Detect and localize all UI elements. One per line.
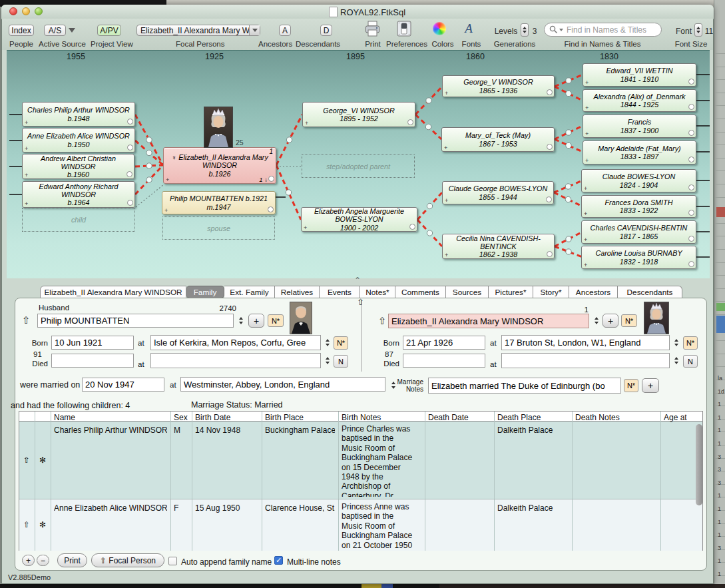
drag-handle-icon[interactable]	[546, 196, 552, 202]
tab-events[interactable]: Events	[320, 286, 360, 298]
expand-icon[interactable]: +	[585, 158, 589, 164]
expand-icon[interactable]: +	[445, 252, 448, 258]
wife-notes-button[interactable]: N*	[621, 314, 637, 327]
colors-icon[interactable]	[433, 22, 446, 35]
husband-name-stepper[interactable]	[237, 314, 245, 328]
levels-stepper[interactable]	[521, 23, 529, 37]
married-place-stepper[interactable]	[389, 378, 397, 392]
husband-photo[interactable]	[290, 302, 312, 334]
person-box-frances[interactable]: Frances Dora SMITH1833 - 1922+	[581, 195, 696, 218]
tab-relatives[interactable]: Relatives	[275, 286, 320, 298]
husband-born-place-stepper[interactable]	[324, 336, 331, 350]
auto-append-checkbox[interactable]	[168, 557, 177, 565]
wife-photo[interactable]	[644, 302, 669, 334]
expand-icon[interactable]: +	[584, 237, 587, 243]
husband-born-place-field[interactable]: Isle of Kerkira, Mon Repos, Corfu, Gree	[150, 335, 321, 350]
person-box-edward[interactable]: Edward Anthony RichardWINDSORb.1964+	[22, 181, 135, 208]
wife-focal-arrow[interactable]: ⇧	[378, 315, 387, 327]
wife-born-notes-button[interactable]: N*	[683, 336, 698, 350]
drag-handle-icon[interactable]	[126, 171, 132, 177]
expand-icon[interactable]: +	[585, 80, 589, 86]
person-box-alexandra[interactable]: Alexandra (Alix) of_Denmark1844 - 1925+	[583, 89, 696, 112]
focal-person-button[interactable]: ⇧ Focal Person	[91, 553, 164, 567]
husband-died-notes-button[interactable]: N	[334, 355, 348, 368]
tab-sources[interactable]: Sources	[446, 286, 489, 298]
husband-notes-button[interactable]: N*	[268, 314, 284, 327]
search-field[interactable]: Find in Names & Titles	[544, 23, 662, 37]
tab-pictures-[interactable]: Pictures*	[489, 286, 533, 298]
expand-icon[interactable]: +	[25, 201, 28, 207]
drag-handle-icon[interactable]	[547, 251, 553, 257]
expand-icon[interactable]: +	[166, 177, 169, 183]
person-box-edward7[interactable]: Edward_VII WETTIN1841 - 1910+	[583, 63, 696, 87]
drag-handle-icon[interactable]	[688, 261, 694, 267]
active-source-button[interactable]: A/S	[44, 25, 66, 36]
expand-icon[interactable]: +	[444, 145, 447, 151]
expand-icon[interactable]: +	[25, 146, 28, 152]
remove-child-button[interactable]: −	[37, 555, 49, 566]
drag-handle-icon[interactable]	[688, 184, 694, 190]
drag-handle-icon[interactable]	[407, 119, 413, 125]
wife-born-place-field[interactable]: 17 Bruton St, London, W1, England	[501, 335, 670, 350]
expand-icon[interactable]: +	[584, 211, 587, 217]
preferences-icon[interactable]	[395, 21, 413, 37]
person-box-george6[interactable]: George_VI WINDSOR1895 - 1952+	[302, 102, 415, 127]
husband-born-notes-button[interactable]: N*	[334, 336, 348, 350]
multiline-notes-checkbox[interactable]: ✓	[274, 556, 283, 565]
focal-portrait-photo[interactable]	[204, 107, 233, 148]
marriage-notes-button[interactable]: N*	[624, 379, 638, 392]
drag-handle-icon[interactable]	[547, 144, 553, 150]
expand-icon[interactable]: +	[584, 186, 587, 192]
drag-handle-icon[interactable]	[688, 236, 694, 242]
expand-icon[interactable]: +	[25, 172, 28, 178]
wife-name-stepper[interactable]	[593, 314, 601, 328]
wife-name-field[interactable]: Elizabeth_II Alexandra Mary WINDSOR	[388, 314, 589, 328]
person-box-anne[interactable]: Anne Elizabeth Alice WINDSORb.1950+	[22, 128, 135, 152]
focal-arrow-icon[interactable]: ⇧	[19, 455, 35, 466]
close-button[interactable]	[9, 7, 17, 15]
add-child-button[interactable]: +	[22, 555, 35, 566]
drag-handle-icon[interactable]	[127, 145, 133, 150]
expand-icon[interactable]: +	[585, 105, 589, 111]
tab-ext-family[interactable]: Ext. Family	[224, 286, 275, 298]
project-view-button[interactable]: A/PV	[97, 25, 121, 36]
husband-died-date-field[interactable]	[51, 354, 134, 368]
person-box-elizA[interactable]: Elizabeth Angela MargueriteBOWES-LYON190…	[301, 207, 417, 232]
minimize-button[interactable]	[22, 7, 30, 15]
focal-persons-dropdown-button[interactable]	[249, 25, 260, 35]
husband-born-date-field[interactable]: 10 Jun 1921	[51, 336, 134, 350]
font-size-stepper[interactable]	[694, 23, 702, 37]
tab-notes-[interactable]: Notes*	[360, 286, 395, 298]
print-icon[interactable]	[365, 21, 380, 37]
person-box-george5[interactable]: George_V WINDSOR1865 - 1936+	[442, 75, 555, 97]
person-box-cecilia[interactable]: Cecilia Nina CAVENDISH-BENTINCK1862 - 19…	[442, 234, 555, 259]
person-box-claudeBL[interactable]: Claude BOWES-LYON1824 - 1904+	[581, 169, 696, 192]
husband-died-place-field[interactable]	[150, 353, 321, 368]
marriage-add-button[interactable]: +	[642, 378, 659, 393]
fonts-icon[interactable]: A	[462, 21, 475, 36]
expand-icon[interactable]: +	[304, 225, 307, 231]
drag-handle-icon[interactable]	[409, 224, 415, 230]
husband-died-place-stepper[interactable]	[324, 354, 331, 368]
person-box-charles[interactable]: Charles Philip Arthur WINDSORb.1948+	[22, 102, 135, 127]
expand-icon[interactable]: +	[445, 91, 448, 97]
person-box-francis[interactable]: Francis1837 - 1900+	[583, 115, 696, 138]
wife-died-place-stepper[interactable]	[672, 354, 680, 368]
drag-handle-icon[interactable]	[127, 119, 133, 125]
tab-ancestors[interactable]: Ancestors	[569, 286, 618, 298]
expand-icon[interactable]: +	[305, 121, 308, 127]
drag-handle-icon[interactable]	[547, 89, 553, 95]
tab-family[interactable]: Family	[186, 286, 224, 298]
placeholder-box-child[interactable]: child	[22, 208, 135, 232]
expand-icon[interactable]: +	[25, 120, 28, 126]
panel-up-arrow[interactable]: ⇧	[357, 297, 364, 307]
drag-handle-icon[interactable]	[688, 104, 694, 110]
drag-handle-icon[interactable]	[268, 206, 274, 212]
married-place-field[interactable]: Westminster, Abbey, London, England	[180, 377, 385, 392]
person-box-teck[interactable]: Mary_of_Teck (May)1867 - 1953+	[441, 127, 555, 152]
wife-add-button[interactable]: +	[603, 314, 618, 328]
wife-died-notes-button[interactable]: N	[683, 355, 698, 368]
expand-icon[interactable]: +	[585, 131, 589, 137]
table-scrollbar[interactable]	[696, 424, 702, 505]
drag-handle-icon[interactable]	[688, 79, 694, 85]
